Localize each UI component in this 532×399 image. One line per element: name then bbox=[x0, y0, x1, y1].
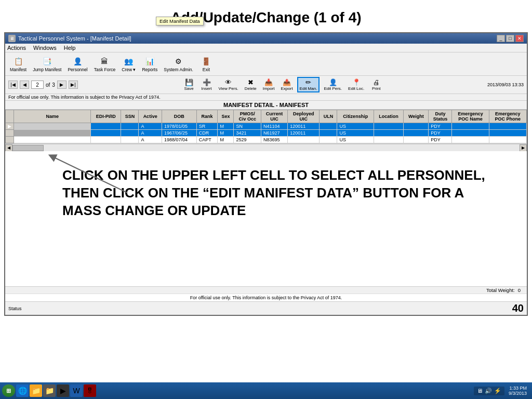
crew-button[interactable]: 👥 Crew ▾ bbox=[119, 54, 138, 74]
close-button[interactable]: ✕ bbox=[515, 35, 524, 42]
first-record-button[interactable]: |◀ bbox=[8, 81, 18, 89]
status-text: Status bbox=[8, 306, 22, 311]
cell-edipi-1 bbox=[91, 123, 121, 130]
clock-date: 9/3/2013 bbox=[509, 391, 527, 396]
clock-time: 1:33 PM bbox=[509, 385, 527, 391]
current-record-input[interactable] bbox=[31, 81, 44, 89]
crew-label: Crew ▾ bbox=[122, 67, 136, 72]
cell-current-uic-2: N61927 bbox=[261, 130, 287, 137]
edit-pers-button[interactable]: 👤 Edit Pers. bbox=[322, 77, 344, 92]
cell-poc-phone-1 bbox=[489, 123, 526, 130]
system-admin-button[interactable]: ⚙ System Admin. bbox=[161, 54, 196, 74]
col-deployed-uic: DeployedUIC bbox=[288, 110, 320, 123]
export-label: Export bbox=[281, 86, 292, 91]
start-button[interactable]: ⊞ bbox=[2, 384, 15, 397]
annotation-area: CLICK ON THE UPPER LEFT CELL TO SELECT A… bbox=[5, 151, 527, 286]
menu-bar: Actions Windows Help bbox=[5, 44, 527, 52]
export-button[interactable]: 📤 Export bbox=[278, 77, 295, 92]
privacy-text-bottom: For official use only. This information … bbox=[190, 295, 342, 300]
manifest-button[interactable]: 📋 Manifest bbox=[7, 54, 29, 74]
slide-title: Add/Update/Change (1 of 4) bbox=[0, 0, 532, 32]
scroll-right-button[interactable]: ▶ bbox=[520, 144, 527, 152]
cell-poc-phone-3 bbox=[489, 137, 526, 143]
application-window: 🖥 Tactical Personnel System - [Manifest … bbox=[4, 32, 528, 316]
edit-manifest-button[interactable]: ✏ Edit Man. bbox=[297, 77, 320, 92]
cell-ssn-3 bbox=[121, 137, 139, 143]
reports-button[interactable]: 📊 Reports bbox=[139, 54, 160, 74]
delete-button[interactable]: ✖ Delete bbox=[243, 77, 259, 92]
taskbar-folder-icon[interactable]: 📁 bbox=[30, 384, 42, 397]
taskbar: ⊞ 🌐 📁 📁 ▶ W 🎖 🖥 🔊 ⚡ 1:33 PM 9/3/2013 bbox=[0, 382, 532, 399]
personnel-button[interactable]: 👤 Personnel bbox=[65, 54, 90, 74]
select-all-header[interactable] bbox=[6, 110, 14, 123]
col-poc-name: EmergencyPOC Name bbox=[452, 110, 489, 123]
edit-pers-icon: 👤 bbox=[329, 78, 337, 86]
save-label: Save bbox=[184, 86, 193, 91]
edit-loc-button[interactable]: 📍 Edit Loc. bbox=[346, 77, 366, 92]
save-icon: 💾 bbox=[185, 78, 193, 86]
cell-pmos-2: 3421 bbox=[234, 130, 261, 137]
col-current-uic: CurrentUIC bbox=[261, 110, 287, 123]
col-poc-phone: EmergencyPOC Phone bbox=[489, 110, 526, 123]
prev-record-button[interactable]: ◀ bbox=[20, 81, 29, 89]
minimize-button[interactable]: _ bbox=[497, 35, 505, 42]
cell-active-3: A bbox=[139, 137, 162, 143]
print-label: Print bbox=[372, 86, 380, 91]
insert-button[interactable]: ➕ Insert bbox=[199, 77, 215, 92]
menu-windows[interactable]: Windows bbox=[33, 45, 57, 51]
record-navigation: |◀ ◀ of 3 ▶ ▶| bbox=[8, 81, 78, 89]
cell-active-2: A bbox=[139, 130, 162, 137]
task-force-button[interactable]: 🏛 Task Force bbox=[91, 54, 118, 74]
taskbar-media-icon[interactable]: 📁 bbox=[43, 384, 56, 397]
horizontal-scrollbar[interactable]: ◀ ▶ bbox=[5, 144, 527, 151]
privacy-notice-top: For official use only. This information … bbox=[5, 94, 527, 101]
cell-rank-2: CDR bbox=[196, 130, 218, 137]
page-number: 40 bbox=[512, 302, 524, 314]
scroll-left-button[interactable]: ◀ bbox=[5, 144, 12, 152]
privacy-notice-bottom: For official use only. This information … bbox=[5, 294, 527, 301]
col-pmos: PMOS/Civ Occ bbox=[234, 110, 261, 123]
taskbar-ie-icon[interactable]: 🌐 bbox=[16, 384, 29, 397]
table-row[interactable]: A 1967/06/25 CDR M 3421 N61927 120011 US… bbox=[6, 130, 527, 137]
cell-weight-1 bbox=[404, 123, 429, 130]
restore-button[interactable]: □ bbox=[506, 35, 514, 42]
exit-label: Exit bbox=[203, 67, 210, 72]
jump-manifest-label: Jump Manifest bbox=[33, 67, 61, 72]
edit-manifest-tooltip: Edit Manifest Data bbox=[156, 17, 204, 25]
import-button[interactable]: 📥 Import bbox=[261, 77, 277, 92]
speaker-icon: 🔊 bbox=[485, 388, 492, 394]
scroll-thumb[interactable] bbox=[12, 145, 44, 151]
import-label: Import bbox=[263, 86, 275, 91]
next-record-button[interactable]: ▶ bbox=[57, 81, 66, 89]
table-row[interactable]: ▶ A 1978/01/05 SR M SN N41104 120011 US … bbox=[6, 123, 527, 130]
manifest-icon: 📋 bbox=[12, 56, 24, 67]
cell-location-2 bbox=[374, 130, 403, 137]
cell-duty-status-2: PDY bbox=[429, 130, 452, 137]
jump-manifest-button[interactable]: 📑 Jump Manifest bbox=[30, 54, 64, 74]
col-duty-status: DutyStatus bbox=[429, 110, 452, 123]
menu-actions[interactable]: Actions bbox=[7, 45, 26, 51]
exit-button[interactable]: 🚪 Exit bbox=[197, 54, 216, 74]
cell-name-3 bbox=[14, 137, 91, 143]
table-row[interactable]: A 1988/07/04 CAPT M 2529 N83695 US PDY bbox=[6, 137, 527, 143]
taskbar-play-icon[interactable]: ▶ bbox=[57, 384, 69, 397]
data-table-area: Name EDI-PI/ID SSN Active DOB Rank Sex P… bbox=[5, 110, 527, 144]
toolbar-group-1: 📋 Manifest 📑 Jump Manifest 👤 Personnel 🏛… bbox=[7, 54, 218, 74]
title-bar: 🖥 Tactical Personnel System - [Manifest … bbox=[5, 33, 527, 44]
privacy-text-top: For official use only. This information … bbox=[8, 95, 161, 100]
view-pers-button[interactable]: 👁 View Pers. bbox=[217, 77, 241, 92]
taskbar-flag-icon[interactable]: 🎖 bbox=[84, 384, 96, 397]
save-button[interactable]: 💾 Save bbox=[181, 77, 197, 92]
edit-manifest-icon: ✏ bbox=[305, 78, 311, 86]
nav-bar: |◀ ◀ of 3 ▶ ▶| 💾 Save ➕ Insert 👁 View Pe… bbox=[5, 76, 527, 94]
edit-pers-label: Edit Pers. bbox=[324, 86, 342, 91]
last-record-button[interactable]: ▶| bbox=[69, 81, 78, 89]
personnel-label: Personnel bbox=[68, 67, 87, 72]
taskbar-word-icon[interactable]: W bbox=[70, 384, 83, 397]
print-icon: 🖨 bbox=[373, 78, 380, 86]
print-button[interactable]: 🖨 Print bbox=[368, 77, 384, 92]
cell-name-2 bbox=[14, 130, 91, 137]
cell-edipi-2 bbox=[91, 130, 121, 137]
menu-help[interactable]: Help bbox=[64, 45, 76, 51]
title-bar-left: 🖥 Tactical Personnel System - [Manifest … bbox=[8, 35, 131, 42]
